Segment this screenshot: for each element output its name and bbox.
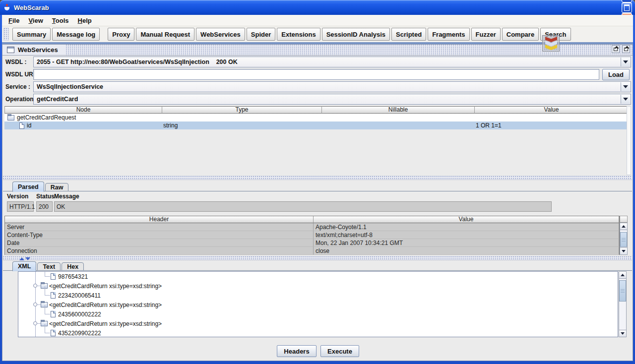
wsdl-label: WSDL : — [5, 57, 26, 67]
split-divider[interactable] — [3, 256, 632, 260]
operation-combobox-value: getCreditCard — [37, 96, 78, 103]
service-combobox-value: WsSqlInjectionService — [37, 83, 103, 90]
parameters-table-header: Node Type Nillable Value — [4, 106, 629, 114]
frame-controls — [612, 45, 633, 55]
column-header-value[interactable]: Value — [314, 216, 619, 223]
load-button[interactable]: Load — [602, 69, 630, 80]
menu-item[interactable]: File — [4, 15, 24, 26]
minimize-button[interactable] — [622, 0, 632, 2]
column-header-node[interactable]: Node — [4, 106, 162, 114]
operation-combobox[interactable]: getCreditCard — [33, 94, 631, 105]
table-row[interactable]: DateMon, 22 Jan 2007 10:34:21 GMT — [5, 239, 619, 247]
expand-handle-icon[interactable] — [33, 284, 37, 288]
menu-item[interactable]: Tools — [48, 15, 73, 26]
toolbar-tab-button[interactable]: Summary — [12, 28, 51, 41]
tree-node[interactable]: 2234200065411 — [18, 291, 618, 300]
window-title: WebScarab — [14, 4, 621, 11]
execute-button[interactable]: Execute — [320, 345, 359, 357]
table-row[interactable]: idstring1 OR 1=1 — [4, 121, 629, 129]
message-label: Message — [54, 193, 79, 200]
table-row[interactable]: getCreditCardRequest — [4, 114, 629, 121]
headers-button[interactable]: Headers — [277, 345, 317, 357]
version-label: Version — [7, 193, 28, 200]
operation-label: Operation : — [5, 94, 37, 105]
content-view-tab[interactable]: XML — [12, 261, 36, 271]
scroll-up-icon[interactable] — [620, 223, 627, 230]
window-body: FileViewToolsHelp SummaryMessage logProx… — [2, 15, 633, 361]
content-view-tab[interactable]: Hex — [62, 262, 84, 271]
tree-node[interactable]: <getCreditCardReturn xsi:type=xsd:string… — [18, 300, 618, 309]
maximize-button[interactable] — [622, 2, 632, 13]
service-label: Service : — [5, 81, 30, 92]
expand-handle-icon[interactable] — [33, 321, 37, 325]
frame-minimize-button[interactable] — [612, 45, 620, 53]
column-header-header[interactable]: Header — [5, 216, 314, 223]
toolbar: SummaryMessage logProxyManual RequestWeb… — [2, 26, 633, 42]
response-view-tab[interactable]: Raw — [45, 183, 69, 191]
java-app-icon — [3, 3, 11, 11]
parameters-table: Node Type Nillable Value getCreditCardRe… — [4, 106, 629, 175]
parameters-scrollbar-track[interactable] — [627, 106, 631, 175]
table-row[interactable]: Content-Typetext/xml;charset=utf-8 — [5, 231, 619, 239]
page-icon — [51, 330, 56, 336]
tree-node[interactable]: 4352209902222 — [18, 328, 618, 337]
frame-titlebar[interactable]: WebServices — [2, 45, 633, 56]
service-combobox[interactable]: WsSqlInjectionService — [33, 81, 631, 92]
column-header-value[interactable]: Value — [475, 106, 629, 114]
table-row[interactable]: Connectionclose — [5, 247, 619, 255]
toolbar-tab-button[interactable]: Scripted — [391, 28, 426, 41]
wsdl-combobox[interactable]: 2055 - GET http://neo:80/WebGoat/service… — [33, 57, 631, 67]
parameters-rows: getCreditCardRequestidstring1 OR 1=1 — [4, 114, 629, 129]
scrollbar-thumb[interactable] — [619, 280, 626, 302]
toolbar-tab-button[interactable]: SessionID Analysis — [322, 28, 390, 41]
toolbar-tab-button[interactable]: Compare — [502, 28, 539, 41]
chevron-down-icon — [621, 82, 630, 91]
toolbar-tab-button[interactable]: Fuzzer — [471, 28, 501, 41]
toolbar-tab-button[interactable]: Message log — [52, 28, 100, 41]
status-value: 200 — [36, 201, 53, 212]
tree-node[interactable]: 2435600002222 — [18, 309, 618, 319]
toolbar-tab-button[interactable]: Spider — [247, 28, 275, 41]
toolbar-buttons: SummaryMessage logProxyManual RequestWeb… — [12, 28, 572, 41]
xml-tree: 987654321<getCreditCardReturn xsi:type=x… — [18, 272, 618, 337]
tree-node[interactable]: <getCreditCardReturn xsi:type=xsd:string… — [18, 281, 618, 291]
toolbar-tab-button[interactable]: Manual Request — [136, 28, 194, 41]
split-divider[interactable] — [3, 176, 632, 180]
column-header-type[interactable]: Type — [162, 106, 322, 114]
menu-bar: FileViewToolsHelp — [2, 15, 633, 26]
tree-node[interactable]: <getCreditCardReturn xsi:type=xsd:string… — [18, 319, 618, 328]
toolbar-tab-button[interactable]: Proxy — [108, 28, 134, 41]
webservices-frame: WebServices WSDL : 2055 - GET http://neo… — [2, 44, 633, 361]
folder-icon — [7, 115, 14, 121]
headers-table-header: Header Value — [5, 216, 619, 223]
wsdl-combobox-value: 2055 - GET http://neo:80/WebGoat/service… — [37, 59, 238, 65]
toolbar-tab-button[interactable]: Fragments — [428, 28, 469, 41]
collapse-down-icon[interactable] — [25, 257, 30, 260]
scroll-up-icon[interactable] — [619, 272, 626, 279]
menu-item[interactable]: View — [24, 15, 47, 26]
scrollbar-thumb[interactable] — [620, 232, 627, 247]
scroll-down-icon[interactable] — [620, 247, 627, 254]
response-headers-table: Header Value ServerApache-Coyote/1.1Cont… — [4, 216, 620, 255]
table-row[interactable]: ServerApache-Coyote/1.1 — [5, 223, 619, 231]
response-view-tab[interactable]: Parsed — [12, 182, 44, 192]
xml-tree-scrollbar[interactable] — [619, 271, 627, 337]
window-titlebar[interactable]: WebScarab — [0, 0, 635, 15]
menu-item[interactable]: Help — [73, 15, 96, 26]
tree-node[interactable]: 987654321 — [18, 272, 618, 281]
column-header-nillable[interactable]: Nillable — [322, 106, 475, 114]
frame-title: WebServices — [18, 46, 58, 54]
content-view-tab[interactable]: Text — [37, 262, 61, 271]
headers-rows: ServerApache-Coyote/1.1Content-Typetext/… — [5, 223, 619, 255]
toolbar-tab-button[interactable]: WebServices — [196, 28, 245, 41]
toolbar-drag-handle-icon[interactable] — [3, 28, 9, 41]
scroll-down-icon[interactable] — [619, 330, 626, 337]
status-label: Status — [36, 193, 55, 200]
expand-handle-icon[interactable] — [33, 303, 37, 306]
headers-scrollbar[interactable] — [620, 223, 628, 255]
frame-maximize-button[interactable] — [622, 45, 630, 53]
collapse-up-icon[interactable] — [19, 257, 24, 260]
chevron-down-icon — [621, 95, 630, 104]
wsdl-url-input[interactable] — [33, 69, 599, 80]
toolbar-tab-button[interactable]: Extensions — [277, 28, 320, 41]
